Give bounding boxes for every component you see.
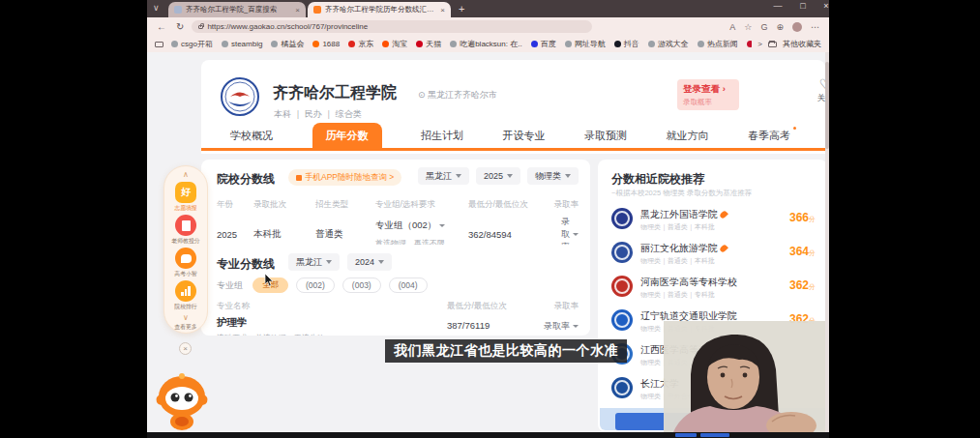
bookmark-item[interactable]: 京东: [348, 39, 373, 49]
bookmark-favicon: [416, 41, 423, 47]
col-score: 最低分/最低位次: [468, 199, 553, 211]
bookmark-item[interactable]: 淘宝: [382, 39, 407, 49]
menu-item-label: 老师教授分: [166, 237, 205, 245]
bookmark-star-icon[interactable]: ☆: [744, 22, 752, 32]
login-button-label[interactable]: 登录查看 ›: [683, 83, 733, 96]
document-icon: [182, 220, 191, 231]
reading-list-icon[interactable]: [155, 42, 163, 47]
scroll-down-chevron-icon[interactable]: ∨: [164, 313, 207, 323]
tab-search-icon[interactable]: ∨: [153, 3, 160, 13]
tab-admission-prediction[interactable]: 录取预测: [584, 129, 627, 143]
browser-toolbar: ← ↻ https://www.gaokao.cn/school/767/pro…: [147, 17, 829, 36]
bookmark-item[interactable]: csgo开箱: [171, 39, 213, 49]
menu-item-volunteer[interactable]: 好 志愿填报: [164, 182, 207, 213]
tab-career-direction[interactable]: 就业方向: [667, 129, 709, 143]
close-window-button[interactable]: ×: [817, 1, 836, 11]
bookmarks-overflow-area: > 其他收藏夹: [752, 36, 829, 52]
school-name[interactable]: 丽江文化旅游学院: [640, 242, 718, 255]
bookmark-item[interactable]: 吃遍blacksun: 在..: [450, 39, 521, 49]
bookmark-item[interactable]: 1688: [312, 40, 340, 48]
login-to-view-badge[interactable]: 登录查看 › 录取概率: [677, 79, 739, 110]
bookmark-item[interactable]: 橘益会: [271, 39, 304, 49]
tab-spring-gaokao[interactable]: 春季高考: [748, 129, 790, 143]
page-scrollbar[interactable]: [825, 52, 829, 432]
volunteer-icon: 好: [175, 182, 196, 203]
bookmark-item[interactable]: 抖音: [614, 39, 639, 49]
address-bar[interactable]: https://www.gaokao.cn/school/767/provinc…: [192, 20, 592, 33]
bookmark-label: 抖音: [624, 39, 639, 49]
menu-more-icon[interactable]: ⋯: [811, 22, 819, 32]
tab-enrollment-plan[interactable]: 招生计划: [421, 129, 463, 143]
tab-close-icon[interactable]: ×: [440, 6, 445, 15]
bottom-edge-strip: [147, 432, 829, 438]
bookmark-item[interactable]: 天猫: [416, 39, 441, 49]
subject-filter-dropdown[interactable]: 物理类: [527, 167, 579, 185]
province-filter-dropdown[interactable]: 黑龙江: [418, 167, 469, 185]
menu-item-ranking[interactable]: 院校排行: [164, 280, 207, 311]
profile-avatar[interactable]: [792, 22, 802, 32]
recommend-school-item[interactable]: 丽江文化旅游学院 物理类｜普通类｜本科批 364分: [611, 240, 817, 271]
recommend-subtitle: ~根据本校2025 物理类 录取分数为基准推荐: [611, 189, 752, 198]
browser-window: ∨ 齐齐哈尔工程学院_百度搜索 × 齐齐哈尔工程学院历年分数线汇… × + — …: [147, 0, 829, 438]
recommend-school-item[interactable]: 黑龙江外国语学院 物理类｜普通类｜本科批 366分: [611, 206, 817, 237]
menu-item-assistant[interactable]: 高考小智: [164, 248, 207, 278]
bookmark-item[interactable]: 热点新闻: [698, 39, 738, 49]
font-size-icon[interactable]: A: [729, 22, 735, 32]
scroll-up-chevron-icon[interactable]: ∧: [164, 170, 207, 180]
new-tab-button[interactable]: +: [459, 3, 464, 15]
school-tags: 物理类｜普通类｜本科批: [640, 222, 715, 232]
province-filter-dropdown[interactable]: 黑龙江: [288, 253, 340, 271]
minimize-button[interactable]: —: [768, 1, 787, 11]
share-icon[interactable]: ⊕: [776, 22, 784, 32]
group-pill-004[interactable]: (004): [389, 277, 428, 293]
maximize-button[interactable]: □: [793, 1, 813, 11]
hot-flame-icon: [719, 210, 728, 219]
tab-school-overview[interactable]: 学校概况: [230, 129, 273, 143]
new-badge: [793, 127, 796, 130]
back-button[interactable]: ←: [157, 21, 166, 32]
recommend-school-item[interactable]: 河南医学高等专科学校 物理类｜普通类｜专科批 362分: [611, 274, 817, 305]
bookmark-item[interactable]: 百度: [531, 39, 556, 49]
bookmarks-overflow-chevron[interactable]: >: [757, 40, 762, 48]
score-value: 366: [789, 211, 809, 224]
browser-tab-baidu-search[interactable]: 齐齐哈尔工程学院_百度搜索 ×: [168, 2, 306, 17]
school-name[interactable]: 河南医学高等专科学校: [640, 276, 737, 289]
cell-rate-expander[interactable]: 录取率: [534, 316, 579, 333]
icon-glyph: 好: [181, 186, 191, 199]
other-bookmarks-label[interactable]: 其他收藏夹: [783, 39, 821, 49]
school-logo: [611, 242, 633, 263]
tab-majors-offered[interactable]: 开设专业: [503, 129, 546, 143]
school-name[interactable]: 黑龙江外国语学院: [640, 208, 718, 221]
filter-value: 黑龙江: [296, 256, 322, 269]
robot-mascot[interactable]: [153, 369, 211, 432]
scrollbar-thumb[interactable]: [825, 62, 829, 149]
bookmark-label: steambig: [231, 40, 262, 48]
filter-value: 2025: [484, 171, 503, 181]
menu-item-teacher[interactable]: 老师教授分: [164, 215, 207, 246]
bookmark-label: 百度: [541, 39, 556, 49]
browser-tab-gaokao-active[interactable]: 齐齐哈尔工程学院历年分数线汇… ×: [308, 2, 451, 17]
group-pill-002[interactable]: (002): [296, 277, 335, 293]
year-filter-dropdown[interactable]: 2025: [476, 167, 520, 185]
bookmark-item[interactable]: steambig: [222, 40, 262, 48]
bookmarks-bar: csgo开箱 steambig 橘益会 1688 京东 淘宝 天猫 吃遍blac…: [147, 36, 829, 52]
group-pill-003[interactable]: (003): [342, 277, 381, 293]
bookmark-item[interactable]: 游戏大全: [648, 39, 689, 49]
year-filter-dropdown[interactable]: 2024: [347, 253, 392, 271]
close-menu-button[interactable]: ×: [179, 342, 192, 355]
bookmark-favicon: [312, 41, 319, 47]
url-text[interactable]: https://www.gaokao.cn/school/767/provinc…: [207, 22, 368, 31]
school-score: 362分: [789, 278, 816, 292]
location-text: 黑龙江齐齐哈尔市: [428, 90, 497, 100]
app-promo-text[interactable]: 手机APP随时随地查询 >: [305, 172, 394, 184]
tab-close-icon[interactable]: ×: [295, 6, 300, 15]
tab-historical-scores[interactable]: 历年分数: [312, 123, 382, 149]
google-icon[interactable]: G: [760, 22, 767, 32]
see-more-label[interactable]: 查看更多: [166, 323, 205, 331]
chat-bubble-icon: [175, 248, 196, 269]
tab-favicon: [313, 6, 321, 14]
tab-label: 春季高考: [748, 130, 790, 141]
bookmark-item[interactable]: 网址导航: [565, 39, 606, 49]
reload-button[interactable]: ↻: [176, 21, 184, 32]
app-promo-button[interactable]: 手机APP随时随地查询 >: [288, 169, 401, 186]
